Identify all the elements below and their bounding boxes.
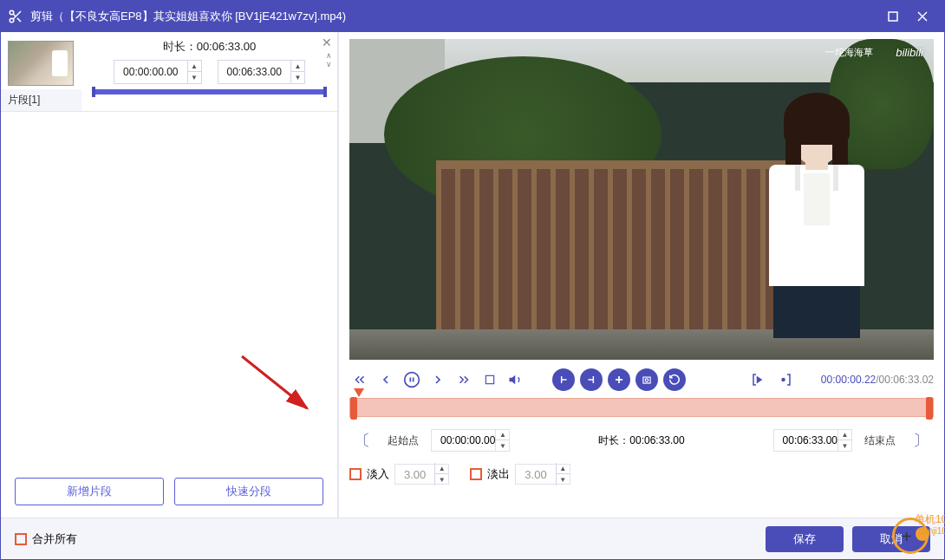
spin-up-icon[interactable]: ▲ (291, 61, 304, 72)
spin-up-icon[interactable]: ▲ (435, 463, 448, 474)
close-button[interactable] (908, 1, 937, 32)
segments-panel: 片段[1] ✕ ∧ ∨ 时长：00:06:33.00 00:00:00.00 ▲ (1, 32, 339, 518)
svg-marker-18 (757, 377, 761, 382)
merge-all-label: 合并所有 (32, 531, 77, 547)
segment-end-input[interactable]: 00:06:33.00 ▲▼ (218, 60, 305, 84)
svg-point-17 (645, 379, 648, 382)
segment-label: 片段[1] (1, 89, 81, 111)
segment-start-input[interactable]: 00:00:00.00 ▲▼ (114, 60, 201, 84)
total-time: /00:06:33.02 (876, 374, 934, 386)
segment-duration: 时长：00:06:33.00 (90, 39, 329, 55)
svg-marker-13 (510, 375, 516, 385)
minimize-button[interactable] (878, 1, 908, 32)
spin-down-icon[interactable]: ▼ (291, 72, 304, 83)
skip-end-icon[interactable] (453, 369, 474, 390)
video-preview[interactable]: 一坨海海草 bilibili (349, 39, 934, 360)
range-duration: 时长：00:06:33.00 (510, 433, 772, 448)
merge-all-group: 合并所有 (15, 531, 77, 547)
skip-start-icon[interactable] (349, 369, 370, 390)
segment-item[interactable]: 片段[1] ✕ ∧ ∨ 时长：00:06:33.00 00:00:00.00 ▲ (1, 32, 337, 112)
time-display: 00:00:00.22/00:06:33.02 (821, 374, 934, 386)
segment-reorder: ∧ ∨ (326, 51, 332, 68)
fade-out-label: 淡出 (487, 466, 510, 482)
current-time: 00:00:00.22 (821, 374, 876, 386)
range-start-label: 起始点 (375, 433, 431, 448)
svg-rect-16 (643, 377, 650, 383)
quick-split-button[interactable]: 快速分段 (174, 478, 323, 505)
trim-start-handle[interactable] (350, 397, 357, 420)
segment-thumbnail[interactable] (8, 41, 74, 86)
svg-point-1 (10, 18, 14, 23)
fade-out-checkbox[interactable] (470, 468, 482, 480)
spin-up-icon[interactable]: ▲ (188, 61, 201, 72)
segment-down-icon[interactable]: ∨ (326, 60, 332, 68)
logo-url: danji100.com (919, 526, 945, 536)
undo-icon[interactable] (663, 368, 686, 391)
svg-point-9 (405, 373, 420, 387)
left-spacer (1, 112, 337, 469)
range-row: 〔 起始点 00:00:00.00 ▲▼ 时长：00:06:33.00 00:0… (349, 429, 934, 452)
range-end-bracket-icon[interactable]: 〕 (908, 430, 934, 451)
add-segment-button[interactable]: 新增片段 (15, 478, 164, 505)
spin-down-icon[interactable]: ▼ (838, 440, 851, 452)
annotation-arrow-icon (233, 348, 320, 434)
fade-row: 淡入 3.00 ▲▼ 淡出 3.00 ▲▼ (349, 464, 934, 485)
watermark-brand: bilibili (896, 46, 923, 59)
spin-up-icon[interactable]: ▲ (496, 429, 509, 440)
segment-range-track[interactable] (92, 89, 327, 94)
fade-in-checkbox[interactable] (349, 468, 362, 480)
svg-point-19 (782, 379, 785, 381)
spin-down-icon[interactable]: ▼ (557, 474, 570, 485)
add-icon[interactable] (608, 368, 630, 391)
segment-actions: 新增片段 快速分段 (1, 469, 337, 518)
fade-out-input[interactable]: 3.00 ▲▼ (515, 464, 570, 485)
svg-line-3 (17, 18, 21, 22)
fade-in-group: 淡入 3.00 ▲▼ (349, 464, 449, 485)
svg-rect-5 (889, 12, 897, 21)
main-area: 片段[1] ✕ ∧ ∨ 时长：00:06:33.00 00:00:00.00 ▲ (1, 32, 944, 518)
spin-down-icon[interactable]: ▼ (188, 72, 201, 83)
trim-end-handle[interactable] (926, 397, 933, 420)
bracket-end-icon[interactable] (774, 369, 795, 390)
save-button[interactable]: 保存 (766, 526, 844, 552)
merge-all-checkbox[interactable] (15, 533, 27, 545)
spin-up-icon[interactable]: ▲ (838, 429, 851, 440)
next-frame-icon[interactable] (427, 369, 448, 390)
stop-icon[interactable] (479, 369, 500, 390)
close-segment-icon[interactable]: ✕ (322, 36, 332, 49)
mark-in-icon[interactable] (552, 368, 575, 391)
snapshot-icon[interactable] (635, 368, 658, 391)
app-window: 剪辑（【不良女高EP8】其实姐姐喜欢你 [BV1jE421w7zv].mp4) … (0, 0, 945, 560)
bracket-start-icon[interactable] (748, 369, 769, 390)
spinner: ▲▼ (290, 61, 304, 83)
svg-point-0 (10, 10, 14, 15)
play-pause-icon[interactable] (401, 369, 422, 390)
fade-in-input[interactable]: 3.00 ▲▼ (394, 464, 449, 485)
preview-panel: 一坨海海草 bilibili (339, 32, 944, 518)
segment-info: ✕ ∧ ∨ 时长：00:06:33.00 00:00:00.00 ▲▼ (81, 32, 337, 111)
scissors-icon (8, 9, 23, 24)
playhead-icon[interactable] (354, 388, 364, 397)
range-start-bracket-icon[interactable]: 〔 (349, 430, 375, 451)
range-end-label: 结束点 (852, 433, 908, 448)
svg-rect-12 (486, 375, 493, 383)
spinner: ▲▼ (187, 61, 201, 83)
segment-up-icon[interactable]: ∧ (326, 51, 332, 60)
window-title: 剪辑（【不良女高EP8】其实姐姐喜欢你 [BV1jE421w7zv].mp4) (30, 9, 878, 24)
prev-frame-icon[interactable] (375, 369, 396, 390)
svg-line-4 (13, 14, 16, 16)
spin-down-icon[interactable]: ▼ (435, 474, 448, 485)
timeline-track[interactable] (349, 398, 934, 417)
mark-out-icon[interactable] (580, 368, 603, 391)
spin-up-icon[interactable]: ▲ (557, 463, 570, 474)
site-logo: + 单机100网 danji100.com (892, 518, 929, 554)
range-start-input[interactable]: 00:00:00.00 ▲▼ (431, 429, 510, 452)
watermark-user: 一坨海海草 (825, 46, 873, 59)
title-bar: 剪辑（【不良女高EP8】其实姐姐喜欢你 [BV1jE421w7zv].mp4) (1, 1, 944, 32)
segment-time-inputs: 00:00:00.00 ▲▼ 00:06:33.00 ▲▼ (90, 60, 329, 84)
spin-down-icon[interactable]: ▼ (496, 440, 509, 452)
volume-icon[interactable] (505, 369, 526, 390)
playback-controls: 00:00:00.22/00:06:33.02 (349, 360, 934, 398)
range-end-input[interactable]: 00:06:33.00 ▲▼ (773, 429, 852, 452)
plus-icon: + (902, 527, 912, 547)
